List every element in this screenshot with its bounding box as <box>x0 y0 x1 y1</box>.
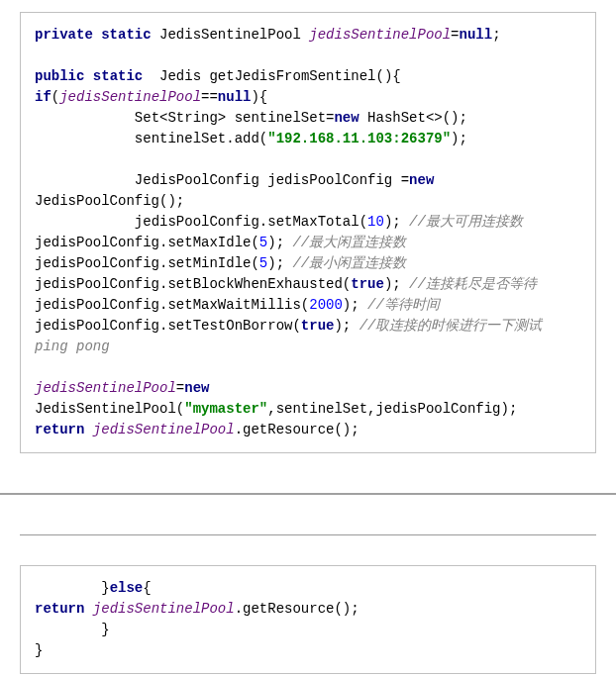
comment-block: //连接耗尽是否等待 <box>409 276 537 292</box>
field-ref-4: jedisSentinelPool <box>93 601 235 617</box>
code-block-2: }else{ return jedisSentinelPool.getResou… <box>20 565 596 674</box>
line14-post: ,sentinelSet,jedisPoolConfig); <box>267 401 517 417</box>
b2-line1-pre: } <box>35 580 110 596</box>
kw-null: null <box>460 27 493 43</box>
line15-post: .getResource(); <box>235 422 359 437</box>
field-ref-2: jedisSentinelPool <box>35 380 176 396</box>
kw-else: else <box>110 580 144 596</box>
line9-post: ); <box>267 255 292 271</box>
string-host: "192.168.11.103:26379" <box>267 131 451 146</box>
kw-private: private <box>35 27 93 43</box>
line7-pre: jedisPoolConfig.setMaxTotal( <box>35 214 367 230</box>
line10-post: ); <box>384 276 409 292</box>
divider-heavy <box>0 493 616 495</box>
line10-pre: jedisPoolConfig.setBlockWhenExhausted( <box>35 276 351 292</box>
num-5b: 5 <box>259 255 267 271</box>
line14-pre: JedisSentinelPool( <box>35 401 184 417</box>
line11-post: ); <box>343 297 367 313</box>
sp <box>84 422 92 437</box>
kw-new-3: new <box>184 380 209 396</box>
kw-new-2: new <box>409 172 434 188</box>
field-name: jedisSentinelPool <box>309 27 451 43</box>
comment-maxidle: //最大闲置连接数 <box>292 235 406 250</box>
paren-open: ( <box>51 89 59 105</box>
b2-line4: } <box>35 642 43 658</box>
code-content-1: private static JedisSentinelPool jedisSe… <box>35 25 581 440</box>
b2-sp <box>84 601 92 617</box>
kw-return-2: return <box>35 601 84 617</box>
line4-pre: Set<String> sentinelSet= <box>35 110 334 126</box>
kw-true-2: true <box>301 318 335 334</box>
line8-pre: jedisPoolConfig.setMaxIdle( <box>35 235 259 250</box>
line12-post: ); <box>334 318 359 334</box>
string-master: "mymaster" <box>184 401 267 417</box>
line5-post: ); <box>451 131 467 146</box>
kw-static: static <box>101 27 151 43</box>
semicolon: ; <box>492 27 500 43</box>
kw-true-1: true <box>351 276 384 292</box>
kw-null-2: null <box>218 89 252 105</box>
b2-line1-post: { <box>143 580 151 596</box>
code-block-1: private static JedisSentinelPool jedisSe… <box>20 12 596 453</box>
b2-line2-post: .getResource(); <box>235 601 359 617</box>
field-ref: jedisSentinelPool <box>59 89 201 105</box>
line12-pre: jedisPoolConfig.setTestOnBorrow( <box>35 318 301 334</box>
line9-pre: jedisPoolConfig.setMinIdle( <box>35 255 259 271</box>
line4-post: HashSet<>(); <box>359 110 467 126</box>
kw-return-1: return <box>35 422 84 437</box>
type-name: JedisSentinelPool <box>159 27 309 43</box>
num-10: 10 <box>367 214 384 230</box>
field-ref-3: jedisSentinelPool <box>93 422 235 437</box>
line11-pre: jedisPoolConfig.setMaxWaitMillis( <box>35 297 309 313</box>
kw-new-1: new <box>334 110 359 126</box>
op-eq-2: = <box>176 380 184 396</box>
comment-minidle: //最小闲置连接数 <box>292 255 406 271</box>
op-eqeq: == <box>201 89 218 105</box>
num-5a: 5 <box>259 235 267 250</box>
op-eq: = <box>451 27 459 43</box>
kw-if: if <box>35 89 51 105</box>
kw-static-2: static <box>93 68 143 84</box>
kw-public: public <box>35 68 84 84</box>
b2-line3: } <box>35 622 110 637</box>
comment-wait: //等待时间 <box>367 297 440 313</box>
line5-pre: sentinelSet.add( <box>35 131 267 146</box>
num-2000: 2000 <box>309 297 343 313</box>
code-content-2: }else{ return jedisSentinelPool.getResou… <box>35 578 581 661</box>
line8-post: ); <box>267 235 292 250</box>
line7-post: ); <box>384 214 409 230</box>
method-sig: Jedis getJedisFromSentinel(){ <box>143 68 400 84</box>
divider-light <box>20 534 596 535</box>
comment-maxtotal: //最大可用连接数 <box>409 214 523 230</box>
paren-close: ){ <box>251 89 267 105</box>
line6-pre: JedisPoolConfig jedisPoolConfig = <box>35 172 409 188</box>
